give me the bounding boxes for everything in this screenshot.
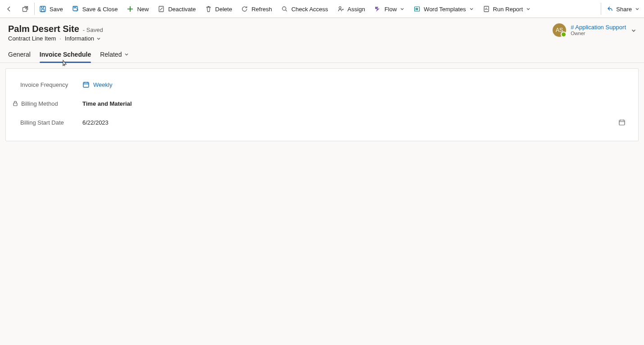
invoice-frequency-value: Weekly <box>93 81 112 88</box>
chevron-down-icon <box>96 36 101 41</box>
new-button[interactable]: New <box>122 0 153 18</box>
page-title: Palm Desert Site <box>8 23 79 34</box>
word-icon <box>413 5 421 13</box>
assign-button[interactable]: Assign <box>333 0 370 18</box>
invoice-frequency-lookup[interactable]: Weekly <box>82 81 112 88</box>
separator-dot: · <box>59 35 61 42</box>
chevron-down-icon <box>124 52 129 57</box>
tab-bar: General Invoice Schedule Related <box>0 46 644 63</box>
delete-button[interactable]: Delete <box>200 0 237 18</box>
form-selector[interactable]: Information <box>65 35 101 42</box>
open-new-window-button[interactable] <box>17 0 33 18</box>
billing-method-label: Billing Method <box>21 100 58 107</box>
billing-method-value: Time and Material <box>82 100 634 107</box>
calendar-lookup-icon <box>82 81 90 88</box>
deactivate-button[interactable]: Deactivate <box>153 0 200 18</box>
check-access-label: Check Access <box>291 6 328 13</box>
tab-general[interactable]: General <box>8 46 31 63</box>
search-user-icon <box>281 5 288 13</box>
plus-icon <box>127 5 134 13</box>
chevron-down-icon <box>400 7 404 11</box>
calendar-icon[interactable] <box>618 119 626 126</box>
save-close-button[interactable]: Save & Close <box>68 0 122 18</box>
save-close-label: Save & Close <box>82 6 118 13</box>
field-billing-method: Billing Method Time and Material <box>10 94 634 113</box>
owner-avatar[interactable]: AS <box>553 23 566 37</box>
billing-method-label-wrap: Billing Method <box>10 100 82 107</box>
refresh-button[interactable]: Refresh <box>236 0 277 18</box>
run-report-label: Run Report <box>493 6 523 13</box>
command-bar: Save Save & Close New Deactivate Delete … <box>0 0 644 18</box>
delete-label: Delete <box>215 6 232 13</box>
owner-name[interactable]: # Application Support <box>571 24 626 31</box>
svg-rect-2 <box>41 9 44 12</box>
back-icon <box>5 5 13 13</box>
chevron-down-icon <box>469 7 474 11</box>
save-button[interactable]: Save <box>35 0 68 18</box>
share-button[interactable]: Share <box>601 0 644 18</box>
tab-related[interactable]: Related <box>100 46 129 63</box>
chevron-down-icon[interactable] <box>630 27 636 33</box>
field-invoice-frequency: Invoice Frequency Weekly <box>10 75 634 94</box>
field-billing-start-date: Billing Start Date 6/22/2023 <box>10 113 634 132</box>
svg-point-5 <box>282 7 286 10</box>
trash-icon <box>205 5 212 13</box>
save-icon <box>39 5 46 13</box>
tab-related-label: Related <box>100 51 122 58</box>
deactivate-label: Deactivate <box>168 6 195 13</box>
report-icon <box>483 5 490 13</box>
svg-point-6 <box>339 7 341 9</box>
svg-rect-9 <box>83 82 89 87</box>
assign-icon <box>337 5 345 13</box>
popout-icon <box>22 5 29 13</box>
refresh-label: Refresh <box>251 6 272 13</box>
word-templates-button[interactable]: Word Templates <box>409 0 478 18</box>
refresh-icon <box>241 5 248 13</box>
owner-section: AS # Application Support Owner <box>553 23 636 37</box>
flow-label: Flow <box>385 6 397 13</box>
assign-label: Assign <box>348 6 365 13</box>
flow-icon <box>374 5 381 13</box>
save-status: - Saved <box>83 27 103 33</box>
billing-start-date-label: Billing Start Date <box>10 119 82 126</box>
svg-rect-1 <box>40 6 45 12</box>
check-access-button[interactable]: Check Access <box>277 0 333 18</box>
entity-name: Contract Line Item <box>8 35 56 42</box>
deactivate-icon <box>158 5 165 13</box>
svg-rect-10 <box>14 103 17 106</box>
invoice-schedule-section: Invoice Frequency Weekly Billing Method … <box>5 68 639 141</box>
word-templates-label: Word Templates <box>424 6 466 13</box>
run-report-button[interactable]: Run Report <box>478 0 535 18</box>
chevron-down-icon <box>526 7 531 11</box>
invoice-frequency-label: Invoice Frequency <box>10 81 82 88</box>
flow-button[interactable]: Flow <box>370 0 409 18</box>
chevron-down-icon <box>635 7 639 11</box>
nav-buttons <box>0 0 34 18</box>
billing-start-date-value[interactable]: 6/22/2023 <box>82 119 109 126</box>
lock-icon <box>12 100 18 107</box>
svg-rect-11 <box>619 120 625 125</box>
toolbar-spacer <box>535 0 601 18</box>
share-icon <box>606 5 613 13</box>
back-button[interactable] <box>1 0 17 18</box>
save-close-icon <box>72 5 79 13</box>
save-label: Save <box>50 6 63 13</box>
owner-label: Owner <box>571 31 626 36</box>
share-label: Share <box>616 6 632 13</box>
record-header: Palm Desert Site - Saved Contract Line I… <box>0 18 644 44</box>
form-name: Information <box>65 35 94 42</box>
tab-invoice-schedule[interactable]: Invoice Schedule <box>40 46 91 63</box>
new-label: New <box>137 6 149 13</box>
